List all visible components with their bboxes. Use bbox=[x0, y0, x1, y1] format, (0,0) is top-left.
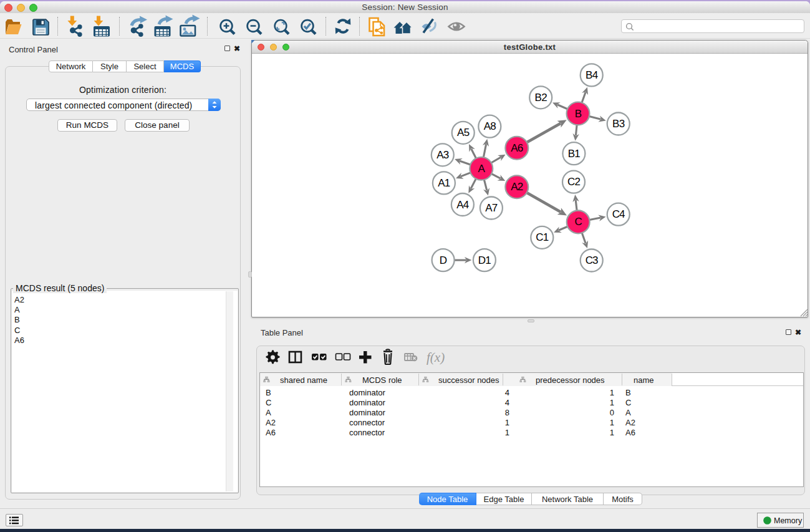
svg-text:C3: C3 bbox=[586, 254, 598, 266]
svg-text:B: B bbox=[575, 108, 582, 120]
svg-text:C2: C2 bbox=[567, 176, 580, 188]
svg-text:C4: C4 bbox=[612, 208, 625, 220]
svg-text:C1: C1 bbox=[536, 231, 548, 243]
svg-text:A4: A4 bbox=[456, 199, 469, 211]
svg-text:D1: D1 bbox=[478, 254, 491, 266]
svg-text:A: A bbox=[478, 163, 486, 175]
svg-text:A3: A3 bbox=[436, 149, 449, 161]
svg-text:B2: B2 bbox=[535, 92, 547, 104]
svg-text:A2: A2 bbox=[511, 181, 523, 193]
svg-text:C: C bbox=[574, 216, 582, 228]
svg-text:B1: B1 bbox=[568, 148, 581, 160]
svg-text:D: D bbox=[440, 254, 447, 266]
svg-text:A8: A8 bbox=[484, 120, 496, 132]
svg-text:A5: A5 bbox=[457, 127, 470, 138]
svg-text:A7: A7 bbox=[485, 202, 498, 214]
svg-text:f(x): f(x) bbox=[427, 350, 445, 365]
svg-text:B3: B3 bbox=[612, 118, 625, 130]
svg-text:A6: A6 bbox=[511, 142, 523, 154]
svg-text:A1: A1 bbox=[438, 177, 450, 189]
svg-text:B4: B4 bbox=[586, 69, 598, 81]
